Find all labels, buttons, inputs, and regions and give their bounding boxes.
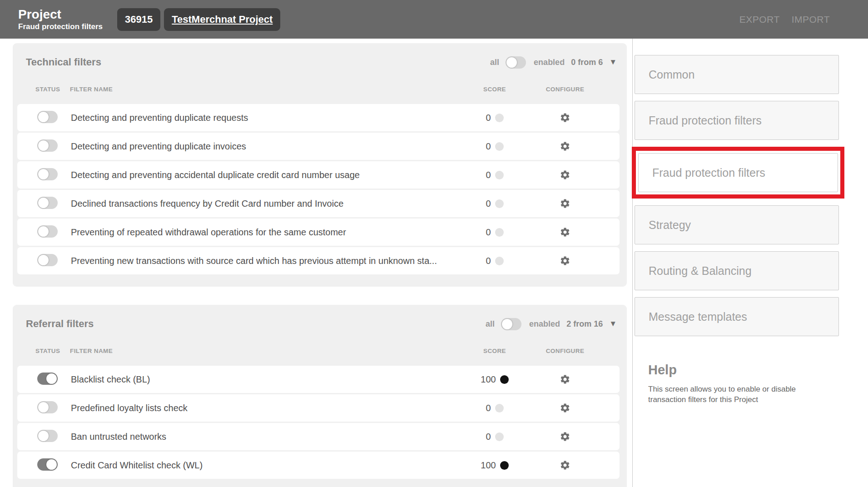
top-header: Project Fraud protection filters 36915 T… [0, 0, 868, 39]
sidebar-item-common[interactable]: Common [635, 55, 839, 94]
score-dot [495, 404, 504, 412]
score-value: 0 [486, 113, 491, 123]
filter-rows: Detecting and preventing duplicate reque… [13, 104, 627, 274]
enabled-count: 2 from 16 [566, 319, 603, 329]
table-row: Ban untrusted networks 0 [17, 423, 620, 450]
score-dot [495, 171, 504, 179]
filter-name: Preventing new transactions with source … [71, 256, 470, 266]
sidebar-item-strategy[interactable]: Strategy [635, 205, 839, 244]
toggle-knob [38, 431, 49, 441]
toggle-knob [46, 459, 57, 470]
main-content: Technical filters all enabled 0 from 6 ▼… [0, 39, 632, 487]
export-button[interactable]: EXPORT [739, 14, 780, 25]
sidebar: Common Fraud protection filters Fraud pr… [632, 39, 868, 487]
score-dot [495, 199, 504, 208]
project-name-link[interactable]: TestMerchnat Project [164, 8, 280, 31]
sidebar-item-message-templates[interactable]: Message templates [635, 297, 839, 336]
import-button[interactable]: IMPORT [792, 14, 830, 25]
filter-name: Ban untrusted networks [71, 432, 470, 442]
status-toggle[interactable] [37, 430, 58, 442]
filter-name: Blacklist check (BL) [71, 374, 470, 385]
table-row: Declined transactions frequency by Credi… [17, 190, 620, 217]
filter-name: Declined transactions frequency by Credi… [71, 199, 470, 209]
table-row: Detecting and preventing duplicate reque… [17, 104, 620, 131]
filter-name: Detecting and preventing accidental dupl… [71, 170, 470, 180]
status-toggle[interactable] [37, 168, 58, 180]
table-row: Credit Card Whitelist check (WL) 100 [17, 452, 620, 479]
page-subtitle: Fraud protection filters [18, 22, 103, 31]
sidebar-item-fraud-protection-filters-active[interactable]: Fraud protection filters [638, 153, 838, 192]
all-toggle[interactable] [501, 318, 521, 330]
table-row: Preventing new transactions with source … [17, 247, 620, 274]
gear-icon[interactable] [560, 374, 570, 385]
column-configure: CONFIGURE [520, 348, 610, 354]
gear-icon[interactable] [560, 169, 570, 180]
help-title: Help [648, 363, 868, 378]
all-label: all [486, 319, 495, 329]
toggle-knob [38, 402, 49, 412]
gear-icon[interactable] [560, 255, 570, 266]
status-toggle[interactable] [37, 458, 58, 471]
score-value: 0 [486, 170, 491, 180]
status-toggle[interactable] [37, 111, 58, 123]
collapse-arrow-icon[interactable]: ▼ [609, 58, 617, 67]
score-dot [495, 114, 504, 122]
panel-controls: all enabled 2 from 16 ▼ [486, 318, 617, 330]
active-item-highlight: Fraud protection filters [632, 147, 844, 199]
table-row: Detecting and preventing duplicate invoi… [17, 133, 620, 160]
filter-rows: Blacklist check (BL) 100 Predefined loya… [13, 366, 627, 479]
toggle-knob [38, 112, 49, 122]
panel-header: Referral filters all enabled 2 from 16 ▼ [13, 312, 627, 336]
sidebar-item-routing-balancing[interactable]: Routing & Balancing [635, 251, 839, 290]
project-id-badge: 36915 [117, 8, 160, 31]
app-root: Project Fraud protection filters 36915 T… [0, 0, 868, 487]
status-toggle[interactable] [37, 197, 58, 209]
gear-icon[interactable] [560, 141, 570, 152]
score-dot [500, 461, 509, 470]
referral-filters-panel: Referral filters all enabled 2 from 16 ▼… [13, 305, 627, 487]
status-toggle[interactable] [37, 139, 58, 152]
score-value: 100 [481, 374, 496, 385]
column-status: STATUS [35, 348, 70, 354]
score-dot [495, 257, 504, 265]
gear-icon[interactable] [560, 227, 570, 238]
status-toggle[interactable] [37, 225, 58, 238]
toggle-knob [46, 373, 57, 384]
table-header: STATUS FILTER NAME SCORE CONFIGURE [13, 336, 627, 366]
all-toggle[interactable] [506, 56, 526, 69]
toggle-knob [506, 57, 517, 68]
sidebar-item-fraud-protection-filters[interactable]: Fraud protection filters [635, 101, 839, 140]
enabled-count: 0 from 6 [571, 58, 603, 67]
panel-header: Technical filters all enabled 0 from 6 ▼ [13, 50, 627, 74]
collapse-arrow-icon[interactable]: ▼ [609, 319, 617, 328]
header-actions: EXPORT IMPORT [739, 14, 830, 25]
gear-icon[interactable] [560, 198, 570, 209]
toggle-knob [38, 255, 49, 265]
toggle-knob [38, 198, 49, 208]
score-dot [495, 432, 504, 441]
panel-controls: all enabled 0 from 6 ▼ [490, 56, 617, 69]
all-label: all [490, 58, 499, 67]
table-header: STATUS FILTER NAME SCORE CONFIGURE [13, 74, 627, 104]
technical-filters-panel: Technical filters all enabled 0 from 6 ▼… [13, 43, 627, 287]
toggle-knob [38, 226, 49, 237]
column-filter-name: FILTER NAME [70, 86, 470, 93]
score-dot [495, 142, 504, 151]
gear-icon[interactable] [560, 460, 570, 471]
status-toggle[interactable] [37, 373, 58, 385]
filter-name: Detecting and preventing duplicate reque… [71, 113, 470, 123]
status-toggle[interactable] [37, 401, 58, 413]
score-value: 0 [486, 141, 491, 152]
page-title-block: Project Fraud protection filters [18, 7, 103, 31]
gear-icon[interactable] [560, 431, 570, 442]
filter-name: Detecting and preventing duplicate invoi… [71, 141, 470, 152]
score-value: 100 [481, 460, 496, 471]
score-value: 0 [486, 256, 491, 266]
score-value: 0 [486, 199, 491, 209]
gear-icon[interactable] [560, 112, 570, 123]
status-toggle[interactable] [37, 254, 58, 266]
gear-icon[interactable] [560, 403, 570, 413]
help-section: Help This screen allows you to enable or… [648, 363, 868, 405]
column-configure: CONFIGURE [520, 86, 610, 93]
toggle-knob [38, 140, 49, 151]
